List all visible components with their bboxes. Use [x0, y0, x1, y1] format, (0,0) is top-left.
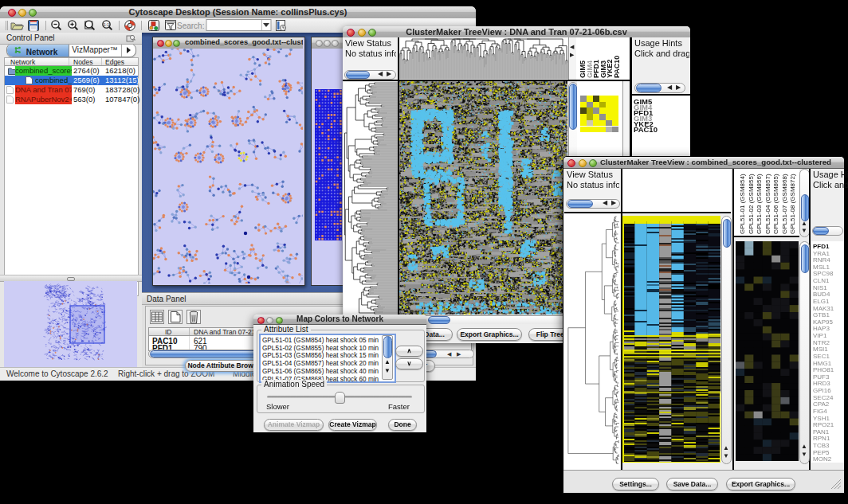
svg-text:1:1: 1:1 [104, 22, 109, 27]
svg-text:Search:: Search: [177, 21, 204, 30]
